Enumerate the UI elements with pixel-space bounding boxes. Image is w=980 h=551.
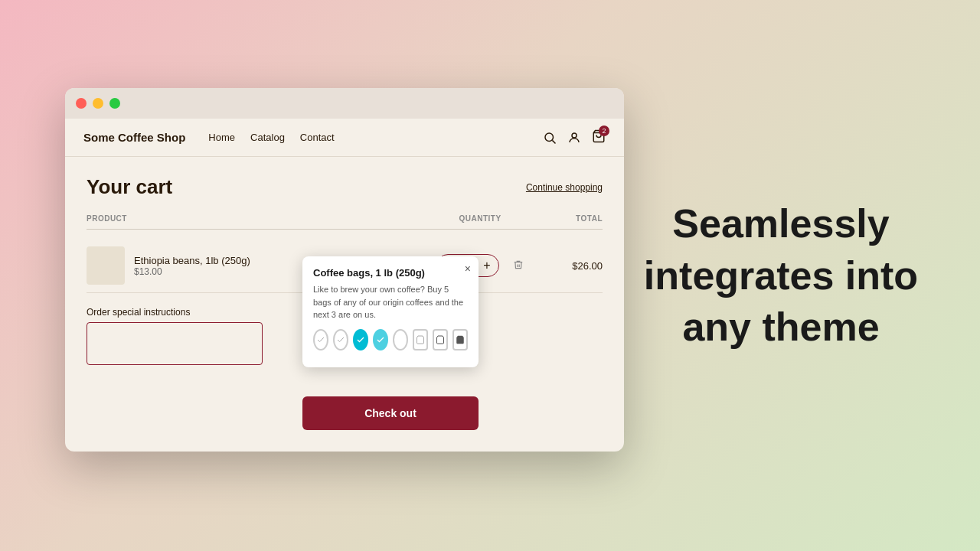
tooltip-icon-7[interactable] — [433, 329, 448, 350]
product-total: $26.00 — [541, 260, 603, 272]
table-header: PRODUCT QUANTITY TOTAL — [87, 214, 603, 230]
promo-line3: any theme — [628, 302, 934, 354]
nav-catalog[interactable]: Catalog — [250, 132, 285, 143]
delete-item-button[interactable] — [513, 259, 524, 272]
title-bar — [65, 88, 624, 119]
tooltip-icon-6[interactable] — [413, 329, 428, 350]
promo-text: Seamlessly integrates into any theme — [628, 198, 934, 354]
tooltip-icon-3[interactable] — [353, 329, 368, 350]
tooltip-icon-4[interactable] — [373, 329, 388, 350]
header-total: TOTAL — [541, 214, 603, 223]
tooltip-icon-5[interactable] — [393, 329, 408, 350]
nav-links: Home Catalog Contact — [208, 132, 543, 143]
brand-name: Some Coffee Shop — [83, 131, 185, 144]
nav-contact[interactable]: Contact — [300, 132, 335, 143]
close-button[interactable] — [76, 98, 87, 109]
checkout-button[interactable]: Check out — [302, 396, 479, 430]
cart-title: Your cart — [87, 175, 172, 199]
cart-header: Your cart Continue shopping — [87, 175, 603, 199]
navbar: Some Coffee Shop Home Catalog Contact — [65, 119, 624, 157]
header-product: PRODUCT — [87, 214, 419, 223]
continue-shopping-link[interactable]: Continue shopping — [526, 182, 603, 193]
tooltip-popup: × Coffee bags, 1 lb (250g) Like to brew … — [302, 256, 479, 367]
increase-qty-button[interactable]: + — [475, 255, 498, 276]
tooltip-icon-2[interactable] — [333, 329, 348, 350]
tooltip-text: Like to brew your own coffee? Buy 5 bags… — [313, 283, 468, 321]
search-icon[interactable] — [543, 131, 557, 145]
tooltip-icon-8[interactable] — [452, 329, 468, 350]
tooltip-title: Coffee bags, 1 lb (250g) — [313, 267, 468, 279]
promo-line1: Seamlessly — [628, 198, 934, 250]
header-quantity: QUANTITY — [419, 214, 541, 223]
product-name: Ethiopia beans, 1lb (250g) — [134, 255, 250, 266]
product-image — [87, 246, 125, 285]
cart-icon-wrapper[interactable]: 2 — [592, 129, 606, 146]
tooltip-close-button[interactable]: × — [465, 262, 471, 275]
instructions-textarea[interactable] — [87, 322, 263, 365]
tooltip-icon-1[interactable] — [313, 329, 328, 350]
maximize-button[interactable] — [109, 98, 120, 109]
browser-window: Some Coffee Shop Home Catalog Contact — [65, 88, 624, 452]
minimize-button[interactable] — [93, 98, 103, 109]
svg-line-1 — [552, 140, 555, 143]
svg-point-0 — [545, 133, 554, 142]
svg-point-2 — [572, 133, 577, 138]
promo-line2: integrates into — [628, 249, 934, 302]
nav-home[interactable]: Home — [208, 132, 235, 143]
product-details: Ethiopia beans, 1lb (250g) $13.00 — [134, 255, 250, 277]
tooltip-icons — [313, 329, 468, 350]
account-icon[interactable] — [567, 131, 581, 145]
product-price: $13.00 — [134, 266, 250, 277]
page-content: Your cart Continue shopping PRODUCT QUAN… — [65, 157, 624, 452]
cart-badge: 2 — [599, 126, 609, 136]
nav-icons: 2 — [543, 129, 606, 146]
